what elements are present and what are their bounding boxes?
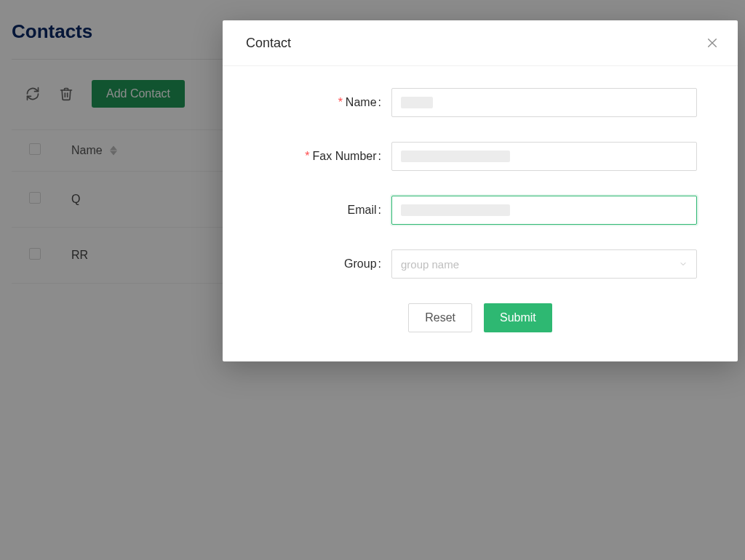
form-row-name: *Name: xyxy=(263,88,697,117)
submit-button[interactable]: Submit xyxy=(484,303,552,332)
name-input[interactable] xyxy=(391,88,697,117)
required-mark: * xyxy=(338,96,343,108)
chevron-down-icon xyxy=(679,258,688,271)
label-name: Name xyxy=(346,96,377,108)
group-select[interactable]: group name xyxy=(391,249,697,279)
required-mark: * xyxy=(305,150,309,162)
fax-input[interactable] xyxy=(391,142,697,171)
contact-modal: Contact *Name: *Fax Number: xyxy=(223,20,738,361)
contact-form: *Name: *Fax Number: Email: xyxy=(223,66,738,332)
label-group: Group xyxy=(344,257,376,270)
email-input[interactable] xyxy=(391,196,697,225)
modal-title: Contact xyxy=(246,36,291,51)
form-row-email: Email: xyxy=(263,196,697,225)
label-email: Email xyxy=(348,204,377,216)
modal-header: Contact xyxy=(223,20,738,66)
form-row-group: Group: group name xyxy=(263,249,697,279)
reset-button[interactable]: Reset xyxy=(408,303,472,332)
group-placeholder: group name xyxy=(401,258,459,271)
form-row-fax: *Fax Number: xyxy=(263,142,697,171)
label-fax: Fax Number xyxy=(313,150,377,162)
form-buttons: Reset Submit xyxy=(263,303,697,332)
close-icon[interactable] xyxy=(704,35,720,51)
